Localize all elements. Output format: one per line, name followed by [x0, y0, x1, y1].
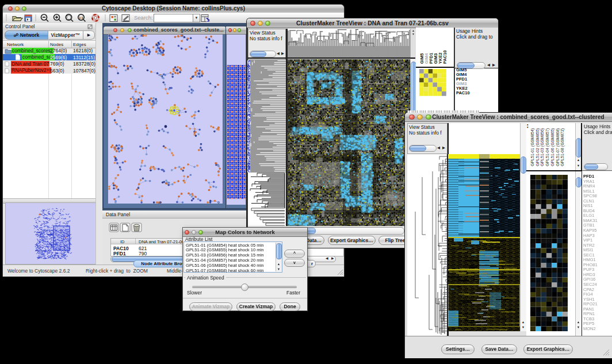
svg-text:1:1: 1:1: [79, 16, 83, 20]
